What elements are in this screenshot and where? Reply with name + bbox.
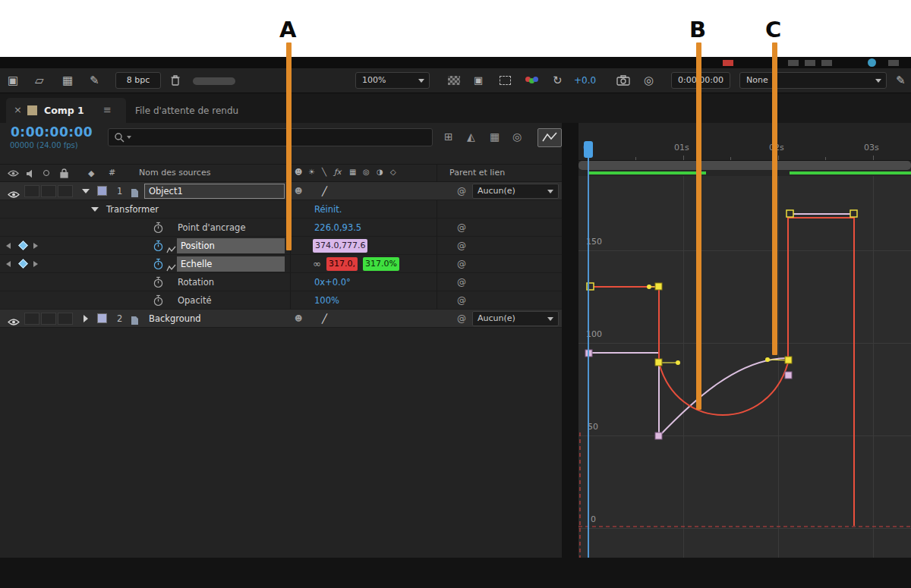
rotation-row[interactable]: Rotation 0x+0.0° @ xyxy=(0,273,562,291)
solo-toggle-cell[interactable] xyxy=(41,185,56,197)
lock-toggle-cell[interactable] xyxy=(58,185,73,197)
exposure-value[interactable]: +0.0 xyxy=(574,75,596,86)
layer-quality-icon[interactable]: ╱ xyxy=(322,182,327,200)
keyframe-toggle-icon[interactable] xyxy=(18,241,28,250)
panel-menu-icon[interactable]: ≡ xyxy=(103,104,112,115)
layer-name[interactable]: Background xyxy=(149,310,201,328)
snapshot-camera-icon[interactable] xyxy=(616,75,630,88)
frame-blend-icon[interactable]: ▦ xyxy=(490,130,500,143)
close-icon[interactable]: × xyxy=(14,104,22,115)
layer-twirl-open-icon[interactable] xyxy=(82,189,90,193)
parent-pickwhip-icon[interactable]: @ xyxy=(457,310,466,328)
anchor-point-value[interactable]: 226.0,93.5 xyxy=(314,219,361,237)
transparency-grid-icon[interactable] xyxy=(448,76,460,85)
opacity-value[interactable]: 100% xyxy=(314,291,339,310)
scale-label[interactable]: Echelle xyxy=(177,256,285,272)
transform-reset-link[interactable]: Réinit. xyxy=(314,200,342,219)
trash-icon[interactable] xyxy=(170,74,181,89)
constrain-proportions-link-icon[interactable]: ∞ xyxy=(313,255,321,273)
magnification-dropdown[interactable]: 100% xyxy=(355,72,430,89)
annotation-line-b xyxy=(696,42,701,410)
transform-group-row[interactable]: Transformer Réinit. xyxy=(0,200,562,219)
graph-canvas[interactable]: 150 100 50 0 xyxy=(578,176,911,558)
rotation-value[interactable]: 0x+0.0° xyxy=(314,273,351,291)
composition-mini-flowchart-icon[interactable]: ⊞ xyxy=(444,130,453,143)
layer-name-field[interactable]: Object1 xyxy=(144,184,285,199)
layer-row-object1[interactable]: 1 Object1 ☻ ╱ @ Aucun(e) xyxy=(0,182,562,200)
property-pickwhip-icon[interactable]: @ xyxy=(457,237,466,255)
parent-pickwhip-icon[interactable]: @ xyxy=(457,182,466,200)
tab-render-queue-label[interactable]: File d'attente de rendu xyxy=(135,105,238,116)
scale-y-value[interactable]: 317.0% xyxy=(363,257,399,271)
reset-exposure-icon[interactable]: ↻ xyxy=(553,74,563,87)
previous-keyframe-icon[interactable] xyxy=(6,243,11,249)
scale-x-value[interactable]: 317.0, xyxy=(326,257,358,271)
playhead-handle[interactable] xyxy=(584,141,593,158)
layer-label-swatch[interactable] xyxy=(97,313,107,323)
parent-dropdown[interactable]: Aucun(e) xyxy=(472,184,559,199)
channels-rgb-icon[interactable] xyxy=(525,77,537,84)
transform-group-label[interactable]: Transformer xyxy=(106,200,159,219)
anchor-point-label[interactable]: Point d'ancrage xyxy=(178,219,245,237)
draft-3d-icon[interactable]: ◭ xyxy=(467,130,475,143)
layer-shy-icon[interactable]: ☻ xyxy=(295,310,302,328)
pen-icon[interactable]: ✎ xyxy=(896,74,906,87)
group-twirl-open-icon[interactable] xyxy=(91,207,99,212)
record-fragment-icon xyxy=(723,60,733,66)
column-source-name: Nom des sources xyxy=(139,168,210,178)
toolbar-fragment-icon xyxy=(805,60,815,66)
work-area-bar[interactable] xyxy=(578,161,911,170)
current-timecode[interactable]: 0:00:00:00 xyxy=(11,124,93,140)
ruler-tick xyxy=(825,157,826,160)
property-pickwhip-icon[interactable]: @ xyxy=(457,219,466,237)
playhead-line[interactable] xyxy=(588,144,589,558)
chevron-down-icon xyxy=(418,79,424,83)
graph-curves[interactable] xyxy=(578,176,911,558)
scale-row[interactable]: Echelle ∞ 317.0, 317.0% @ xyxy=(0,255,562,273)
layer-shy-icon[interactable]: ☻ xyxy=(295,182,302,200)
folder-icon[interactable]: ▱ xyxy=(35,74,44,87)
keyframe-toggle-icon[interactable] xyxy=(18,259,28,269)
motion-blur-icon[interactable]: ◎ xyxy=(512,130,522,143)
layer-quality-icon[interactable]: ╱ xyxy=(322,310,327,328)
layer-index: 2 xyxy=(117,310,122,328)
property-pickwhip-icon[interactable]: @ xyxy=(457,255,466,273)
bit-depth-button[interactable]: 8 bpc xyxy=(115,72,161,89)
bezier-handle-dot xyxy=(647,285,651,289)
layer-twirl-closed-icon[interactable] xyxy=(84,315,88,322)
position-label[interactable]: Position xyxy=(177,238,285,253)
opacity-row[interactable]: Opacité 100% @ xyxy=(0,291,562,310)
rendered-segment xyxy=(790,171,911,175)
layer-row-background[interactable]: 2 Background ☻ ╱ @ Aucun(e) xyxy=(0,310,562,328)
property-pickwhip-icon[interactable]: @ xyxy=(457,273,466,291)
show-snapshot-icon[interactable]: ◎ xyxy=(644,74,654,87)
view-layout-dropdown[interactable]: None xyxy=(739,72,887,89)
next-keyframe-icon[interactable] xyxy=(33,243,38,249)
lock-toggle-cell[interactable] xyxy=(58,313,73,325)
graph-editor-toggle-button[interactable] xyxy=(537,128,562,147)
layer-label-swatch[interactable] xyxy=(97,186,107,196)
time-ruler[interactable]: 0s 01s 02s 03s xyxy=(578,138,911,161)
tab-comp1[interactable]: × Comp 1 ≡ xyxy=(6,98,126,123)
audio-toggle-cell[interactable] xyxy=(24,185,39,197)
position-value[interactable]: 374.0,777.6 xyxy=(313,239,367,253)
brush-icon[interactable]: ✎ xyxy=(90,74,99,87)
next-keyframe-icon[interactable] xyxy=(33,261,38,267)
project-grid-icon[interactable]: ▦ xyxy=(62,74,73,87)
previous-keyframe-icon[interactable] xyxy=(6,261,11,267)
position-row[interactable]: Position 374.0,777.6 @ xyxy=(0,237,562,255)
rotation-label[interactable]: Rotation xyxy=(178,273,214,291)
annotation-line-c xyxy=(772,42,777,355)
flowchart-icon[interactable]: ▣ xyxy=(8,74,18,87)
region-of-interest-icon[interactable] xyxy=(500,76,511,85)
timeline-search-input[interactable] xyxy=(108,128,433,146)
solo-toggle-cell[interactable] xyxy=(41,313,56,325)
mask-visibility-icon[interactable]: ▣ xyxy=(474,74,483,87)
solo-column-icon xyxy=(43,170,49,176)
parent-dropdown[interactable]: Aucun(e) xyxy=(472,311,559,326)
opacity-label[interactable]: Opacité xyxy=(178,291,212,310)
property-pickwhip-icon[interactable]: @ xyxy=(457,291,466,310)
audio-toggle-cell[interactable] xyxy=(24,313,39,325)
layer-visibility-eye-icon[interactable] xyxy=(8,314,20,332)
anchor-point-row[interactable]: Point d'ancrage 226.0,93.5 @ xyxy=(0,219,562,237)
